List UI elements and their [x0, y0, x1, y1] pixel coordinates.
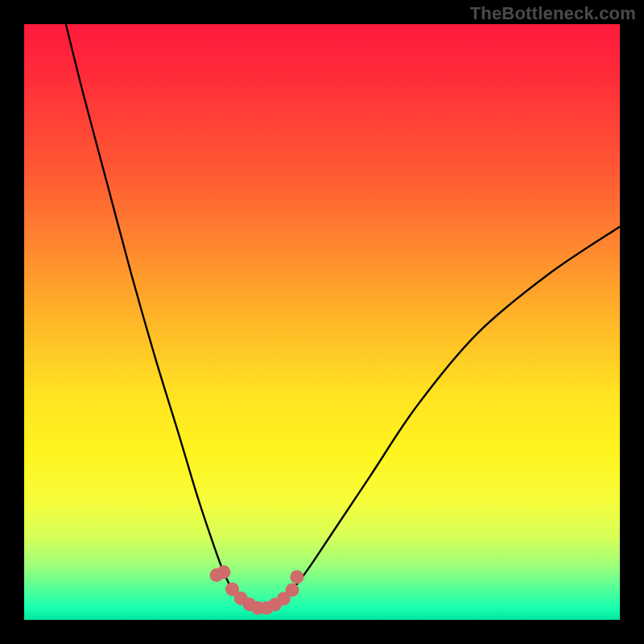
flat-zone-dot: [286, 584, 299, 597]
flat-zone-markers: [210, 565, 304, 614]
flat-zone-dot: [210, 568, 224, 582]
chart-frame: TheBottleneck.com: [0, 0, 644, 644]
plot-area: [24, 24, 620, 620]
watermark-text: TheBottleneck.com: [470, 3, 636, 24]
bottleneck-curve: [66, 24, 620, 609]
curve-svg: [24, 24, 620, 620]
flat-zone-dot: [290, 570, 303, 584]
